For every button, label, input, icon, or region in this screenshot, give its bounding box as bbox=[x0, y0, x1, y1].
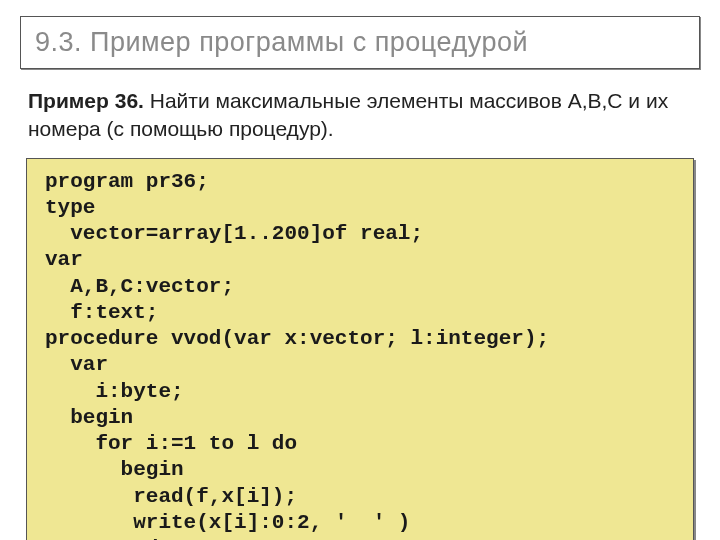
slide-title: 9.3. Пример программы с процедурой bbox=[35, 27, 685, 58]
code-block: program pr36; type vector=array[1..200]o… bbox=[45, 169, 679, 540]
title-container: 9.3. Пример программы с процедурой bbox=[20, 16, 700, 69]
slide-page: 9.3. Пример программы с процедурой Приме… bbox=[0, 0, 720, 540]
code-container: program pr36; type vector=array[1..200]o… bbox=[26, 158, 694, 540]
example-description: Пример 36. Найти максимальные элементы м… bbox=[28, 87, 692, 144]
